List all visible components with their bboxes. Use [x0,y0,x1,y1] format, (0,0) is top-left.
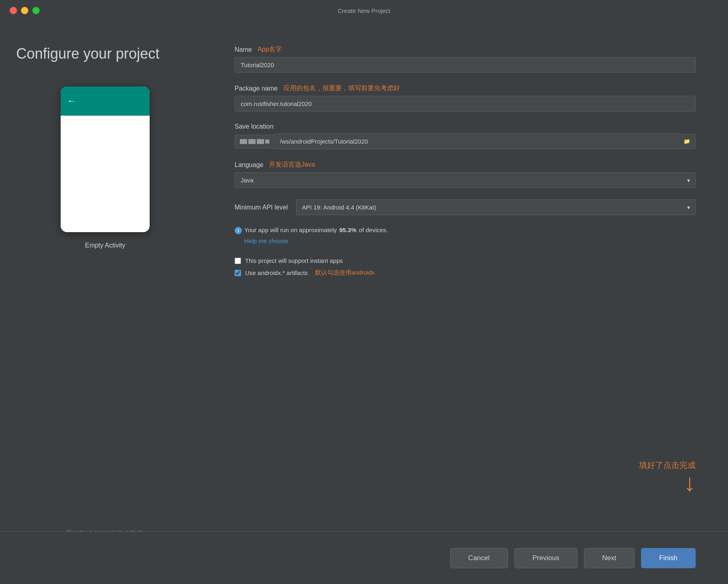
api-level-row: Minimum API level API 19: Android 4.4 (K… [235,199,696,215]
androidx-checkbox[interactable] [235,270,241,276]
language-label-row: Language 开发语言选Java [235,161,696,169]
language-row: Language 开发语言选Java Java Kotlin [235,161,696,188]
right-panel: Name App名字 Package name 应用的包名，很重要，填写前要先考… [210,21,728,584]
arrow-down-icon: ↓ [639,471,696,495]
package-annotation: 应用的包名，很重要，填写前要先考虑好 [284,84,400,93]
info-icon: i [235,227,242,234]
language-select[interactable]: Java Kotlin [235,172,696,188]
info-box: i Your app will run on approximately 95.… [235,226,696,251]
folder-icon: 📁 [684,138,690,144]
close-button[interactable] [10,7,17,14]
window-controls [10,7,40,14]
info-percent: 95.3% [339,226,357,233]
bottom-bar: Cancel Previous Next Finish [0,531,728,584]
note-area: 填好了点击完成 ↓ [639,460,696,495]
package-row: Package name 应用的包名，很重要，填写前要先考虑好 [235,84,696,112]
instant-apps-row: This project will support instant apps [235,257,696,264]
dot4 [265,140,269,144]
phone-body [61,116,150,232]
phone-header: ← [61,87,150,116]
instant-apps-checkbox[interactable] [235,258,241,264]
language-label: Language [235,161,263,169]
api-label: Minimum API level [235,204,288,211]
language-select-wrapper: Java Kotlin [235,172,696,188]
finish-button[interactable]: Finish [641,548,696,568]
minimize-button[interactable] [21,7,28,14]
help-link[interactable]: Help me choose [244,237,696,244]
package-input[interactable] [235,96,696,112]
language-annotation: 开发语言选Java [269,161,315,169]
back-arrow-icon: ← [67,96,76,106]
info-suffix: of devices. [359,226,388,233]
next-button[interactable]: Next [584,548,635,568]
previous-button[interactable]: Previous [514,548,578,568]
dot2 [248,139,256,144]
info-prefix: Your app will run on approximately [244,226,337,233]
save-location-input[interactable] [274,133,679,149]
package-label-row: Package name 应用的包名，很重要，填写前要先考虑好 [235,84,696,93]
package-label: Package name [235,85,278,92]
info-line: i Your app will run on approximately 95.… [235,226,696,234]
note-text: 填好了点击完成 [639,461,696,470]
window-title: Create New Project [338,7,390,14]
name-label-row: Name App名字 [235,45,696,54]
folder-browse-button[interactable]: 📁 [679,134,696,149]
titlebar: Create New Project [0,0,728,21]
androidx-row: Use androidx.* artifacts 默认勾选使用androidx [235,269,696,277]
name-row: Name App名字 [235,45,696,73]
dot1 [240,139,247,144]
dots-icon [240,139,269,144]
dot3 [257,139,264,144]
name-label: Name [235,46,252,53]
left-panel: Configure your project ← Empty Activity … [0,21,210,584]
androidx-annotation: 默认勾选使用androidx [315,269,375,277]
name-input[interactable] [235,57,696,73]
androidx-label: Use androidx.* artifacts [245,269,308,276]
api-select[interactable]: API 19: Android 4.4 (KitKat) API 21: And… [296,199,696,215]
page-title: Configure your project [0,45,210,62]
save-location-row: Save location 📁 [235,123,696,149]
main-content: Configure your project ← Empty Activity … [0,21,728,584]
activity-label: Empty Activity [85,242,125,249]
location-input-row: 📁 [235,133,696,149]
maximize-button[interactable] [32,7,40,14]
location-prefix [235,135,274,148]
cancel-button[interactable]: Cancel [450,548,508,568]
instant-apps-label: This project will support instant apps [245,257,343,264]
phone-preview: ← [61,87,150,232]
api-select-wrapper: API 19: Android 4.4 (KitKat) API 21: And… [296,199,696,215]
save-label: Save location [235,123,696,130]
name-annotation: App名字 [258,45,282,54]
